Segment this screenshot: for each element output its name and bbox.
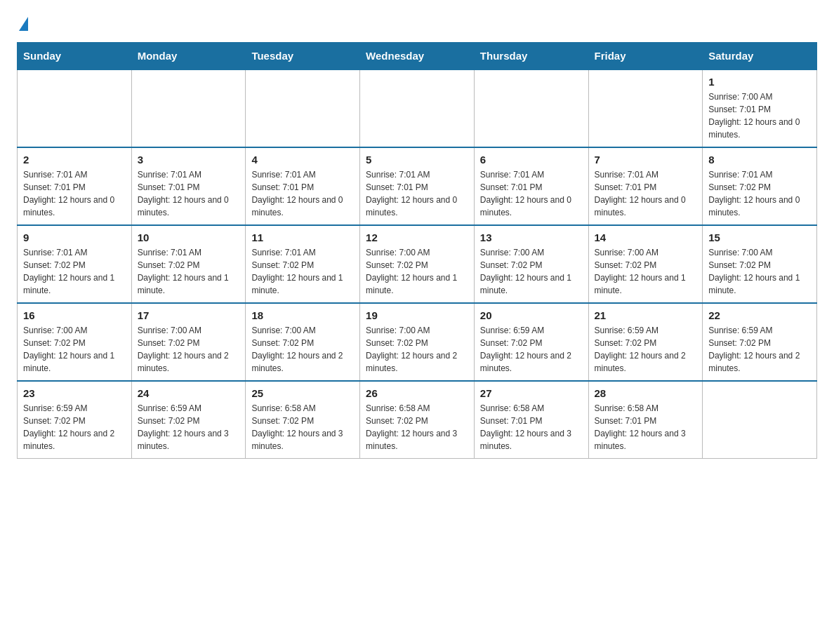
day-info: Sunrise: 6:59 AM Sunset: 7:02 PM Dayligh…	[138, 402, 240, 452]
calendar-cell: 12Sunrise: 7:00 AM Sunset: 7:02 PM Dayli…	[360, 225, 475, 303]
calendar-cell: 25Sunrise: 6:58 AM Sunset: 7:02 PM Dayli…	[246, 381, 360, 459]
day-info: Sunrise: 6:59 AM Sunset: 7:02 PM Dayligh…	[480, 324, 583, 375]
calendar-cell: 11Sunrise: 7:01 AM Sunset: 7:02 PM Dayli…	[246, 225, 360, 303]
day-number: 2	[23, 154, 126, 166]
week-row-1: 1Sunrise: 7:00 AM Sunset: 7:01 PM Daylig…	[18, 69, 817, 147]
day-number: 3	[138, 154, 240, 166]
day-info: Sunrise: 6:58 AM Sunset: 7:02 PM Dayligh…	[251, 402, 354, 452]
day-number: 14	[595, 232, 697, 243]
calendar-cell: 27Sunrise: 6:58 AM Sunset: 7:01 PM Dayli…	[474, 381, 588, 459]
day-info: Sunrise: 7:00 AM Sunset: 7:02 PM Dayligh…	[138, 324, 240, 375]
day-info: Sunrise: 6:58 AM Sunset: 7:01 PM Dayligh…	[480, 402, 583, 452]
calendar-cell: 5Sunrise: 7:01 AM Sunset: 7:01 PM Daylig…	[360, 147, 475, 225]
calendar-cell	[703, 381, 817, 459]
day-number: 26	[366, 387, 468, 399]
day-number: 27	[480, 387, 583, 399]
calendar-cell: 19Sunrise: 7:00 AM Sunset: 7:02 PM Dayli…	[360, 303, 475, 381]
calendar-cell: 20Sunrise: 6:59 AM Sunset: 7:02 PM Dayli…	[474, 303, 588, 381]
calendar-cell	[474, 69, 588, 147]
calendar-cell: 4Sunrise: 7:01 AM Sunset: 7:01 PM Daylig…	[246, 147, 360, 225]
calendar-cell: 2Sunrise: 7:01 AM Sunset: 7:01 PM Daylig…	[18, 147, 132, 225]
calendar-cell	[246, 69, 360, 147]
calendar-cell	[588, 69, 703, 147]
day-number: 16	[23, 309, 126, 321]
day-number: 6	[480, 154, 583, 166]
calendar-cell	[131, 69, 246, 147]
column-header-thursday: Thursday	[474, 43, 588, 70]
day-info: Sunrise: 7:01 AM Sunset: 7:01 PM Dayligh…	[595, 168, 697, 219]
column-header-friday: Friday	[588, 43, 703, 70]
calendar-cell: 6Sunrise: 7:01 AM Sunset: 7:01 PM Daylig…	[474, 147, 588, 225]
day-info: Sunrise: 7:01 AM Sunset: 7:01 PM Dayligh…	[366, 168, 468, 219]
day-number: 20	[480, 309, 583, 321]
day-number: 7	[595, 154, 697, 166]
day-number: 25	[251, 387, 354, 399]
calendar-cell: 9Sunrise: 7:01 AM Sunset: 7:02 PM Daylig…	[18, 225, 132, 303]
week-row-2: 2Sunrise: 7:01 AM Sunset: 7:01 PM Daylig…	[18, 147, 817, 225]
calendar-cell: 16Sunrise: 7:00 AM Sunset: 7:02 PM Dayli…	[18, 303, 132, 381]
calendar-cell: 24Sunrise: 6:59 AM Sunset: 7:02 PM Dayli…	[131, 381, 246, 459]
day-info: Sunrise: 7:00 AM Sunset: 7:02 PM Dayligh…	[251, 324, 354, 375]
calendar-cell: 26Sunrise: 6:58 AM Sunset: 7:02 PM Dayli…	[360, 381, 475, 459]
day-number: 10	[138, 232, 240, 243]
calendar-cell: 13Sunrise: 7:00 AM Sunset: 7:02 PM Dayli…	[474, 225, 588, 303]
day-info: Sunrise: 7:00 AM Sunset: 7:01 PM Dayligh…	[708, 90, 811, 141]
column-header-tuesday: Tuesday	[246, 43, 360, 70]
day-info: Sunrise: 7:00 AM Sunset: 7:02 PM Dayligh…	[366, 246, 468, 297]
calendar-cell: 3Sunrise: 7:01 AM Sunset: 7:01 PM Daylig…	[131, 147, 246, 225]
day-number: 19	[366, 309, 468, 321]
calendar-cell: 23Sunrise: 6:59 AM Sunset: 7:02 PM Dayli…	[18, 381, 132, 459]
day-info: Sunrise: 6:59 AM Sunset: 7:02 PM Dayligh…	[23, 402, 126, 452]
day-number: 23	[23, 387, 126, 399]
day-number: 17	[138, 309, 240, 321]
day-number: 4	[251, 154, 354, 166]
day-info: Sunrise: 7:00 AM Sunset: 7:02 PM Dayligh…	[595, 246, 697, 297]
day-info: Sunrise: 7:01 AM Sunset: 7:01 PM Dayligh…	[138, 168, 240, 219]
day-number: 15	[708, 232, 811, 243]
day-number: 1	[708, 76, 811, 88]
day-info: Sunrise: 7:00 AM Sunset: 7:02 PM Dayligh…	[366, 324, 468, 375]
calendar-table: SundayMondayTuesdayWednesdayThursdayFrid…	[17, 42, 817, 459]
column-header-sunday: Sunday	[18, 43, 132, 70]
day-number: 12	[366, 232, 468, 243]
calendar-cell: 21Sunrise: 6:59 AM Sunset: 7:02 PM Dayli…	[588, 303, 703, 381]
day-number: 22	[708, 309, 811, 321]
day-info: Sunrise: 7:01 AM Sunset: 7:02 PM Dayligh…	[251, 246, 354, 297]
calendar-cell: 28Sunrise: 6:58 AM Sunset: 7:01 PM Dayli…	[588, 381, 703, 459]
column-header-saturday: Saturday	[703, 43, 817, 70]
calendar-cell: 8Sunrise: 7:01 AM Sunset: 7:02 PM Daylig…	[703, 147, 817, 225]
day-info: Sunrise: 7:01 AM Sunset: 7:02 PM Dayligh…	[23, 246, 126, 297]
calendar-header-row: SundayMondayTuesdayWednesdayThursdayFrid…	[18, 43, 817, 70]
day-info: Sunrise: 7:00 AM Sunset: 7:02 PM Dayligh…	[480, 246, 583, 297]
calendar-cell: 22Sunrise: 6:59 AM Sunset: 7:02 PM Dayli…	[703, 303, 817, 381]
day-number: 5	[366, 154, 468, 166]
column-header-wednesday: Wednesday	[360, 43, 475, 70]
day-info: Sunrise: 7:01 AM Sunset: 7:01 PM Dayligh…	[23, 168, 126, 219]
day-number: 21	[595, 309, 697, 321]
calendar-cell: 1Sunrise: 7:00 AM Sunset: 7:01 PM Daylig…	[703, 69, 817, 147]
day-info: Sunrise: 7:01 AM Sunset: 7:01 PM Dayligh…	[480, 168, 583, 219]
logo-triangle-icon	[19, 17, 28, 31]
day-info: Sunrise: 6:59 AM Sunset: 7:02 PM Dayligh…	[595, 324, 697, 375]
day-number: 24	[138, 387, 240, 399]
day-number: 13	[480, 232, 583, 243]
day-info: Sunrise: 7:00 AM Sunset: 7:02 PM Dayligh…	[708, 246, 811, 297]
column-header-monday: Monday	[131, 43, 246, 70]
day-number: 9	[23, 232, 126, 243]
calendar-cell: 10Sunrise: 7:01 AM Sunset: 7:02 PM Dayli…	[131, 225, 246, 303]
calendar-cell	[360, 69, 475, 147]
day-info: Sunrise: 6:58 AM Sunset: 7:01 PM Dayligh…	[595, 402, 697, 452]
day-info: Sunrise: 7:01 AM Sunset: 7:01 PM Dayligh…	[251, 168, 354, 219]
calendar-cell: 18Sunrise: 7:00 AM Sunset: 7:02 PM Dayli…	[246, 303, 360, 381]
day-info: Sunrise: 7:01 AM Sunset: 7:02 PM Dayligh…	[708, 168, 811, 219]
calendar-cell	[18, 69, 132, 147]
day-info: Sunrise: 6:59 AM Sunset: 7:02 PM Dayligh…	[708, 324, 811, 375]
day-number: 18	[251, 309, 354, 321]
page-header	[17, 17, 817, 31]
week-row-3: 9Sunrise: 7:01 AM Sunset: 7:02 PM Daylig…	[18, 225, 817, 303]
calendar-cell: 7Sunrise: 7:01 AM Sunset: 7:01 PM Daylig…	[588, 147, 703, 225]
day-number: 28	[595, 387, 697, 399]
day-number: 11	[251, 232, 354, 243]
day-info: Sunrise: 7:00 AM Sunset: 7:02 PM Dayligh…	[23, 324, 126, 375]
logo	[17, 17, 28, 31]
